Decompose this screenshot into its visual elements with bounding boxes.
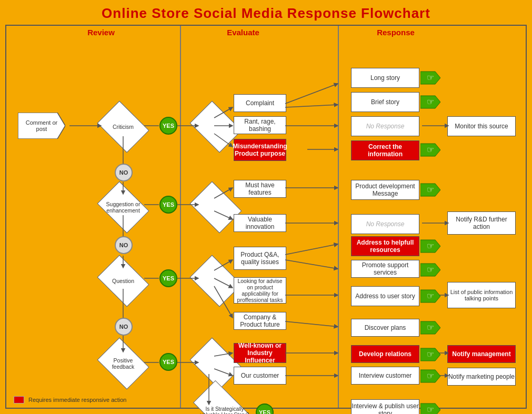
eval-diamond-4 <box>195 348 237 379</box>
notify-rd-box: Notify R&D further action <box>447 211 516 235</box>
brief-story-action[interactable]: ☞ <box>420 94 440 110</box>
promote-support-box: Promote support services <box>351 260 419 278</box>
strategically-diamond: Is it Strategically valuable User Story? <box>196 396 254 414</box>
correct-info-action[interactable]: ☞ <box>420 142 440 158</box>
eval-diamond-2 <box>195 191 237 223</box>
svg-text:☞: ☞ <box>427 323 434 332</box>
address-helpful-box: Address to helpfull resources <box>351 236 419 256</box>
suggestion-yes: YES <box>159 196 177 214</box>
page-title: Online Store Social Media Response Flowc… <box>0 0 532 25</box>
company-future-box: Company & Product future <box>234 312 286 330</box>
notify-mgmt-box: Notify management <box>447 345 516 363</box>
develop-relations-box: Develop relations <box>351 345 419 363</box>
svg-line-29 <box>285 244 338 255</box>
diagram-area: Review Evaluate Response <box>5 25 527 409</box>
col-divider-2 <box>338 26 339 408</box>
svg-text:☞: ☞ <box>427 241 434 250</box>
suggestion-diamond: Suggestion or enhancement <box>102 191 144 223</box>
complaint-box: Complaint <box>234 94 286 112</box>
monitor-source-box: Monitor this source <box>447 116 516 136</box>
no-response-2-box: No Response <box>351 214 419 234</box>
product-qa-box: Product Q&A, quality issues <box>234 247 286 270</box>
discover-plans-action[interactable]: ☞ <box>420 319 440 336</box>
looking-for-advise-box: Looking for advise on product applicabil… <box>234 277 286 304</box>
correct-info-box: Correct the information <box>351 140 419 160</box>
eval-diamond-1 <box>195 111 237 143</box>
col-header-evaluate: Evaluate <box>190 28 296 37</box>
notify-marketing-box: Notify marketing people <box>447 368 516 386</box>
brief-story-box: Brief story <box>351 92 419 112</box>
question-no: NO <box>115 318 133 336</box>
product-dev-action[interactable]: ☞ <box>420 181 440 198</box>
criticism-diamond: Criticism <box>102 111 144 143</box>
svg-text:☞: ☞ <box>427 145 434 154</box>
well-known-box: Well-known or Industry Influencer <box>234 343 286 363</box>
col-divider-1 <box>180 26 181 408</box>
svg-text:☞: ☞ <box>427 371 434 380</box>
comment-or-post: Comment or post <box>18 113 65 139</box>
criticism-yes: YES <box>159 117 177 135</box>
interview-publish-box: Interview & publish user story <box>351 399 419 414</box>
address-user-story-box: Address to user story <box>351 286 419 306</box>
svg-text:☞: ☞ <box>427 350 434 359</box>
svg-text:☞: ☞ <box>427 97 434 106</box>
misunderstanding-box: Misunderstanding Product purpose <box>234 139 286 161</box>
strategically-yes: YES <box>256 403 274 414</box>
legend-text: Requires immediate responsive action <box>28 397 126 403</box>
legend-red-box <box>14 396 24 403</box>
interview-customer-action[interactable]: ☞ <box>420 368 440 385</box>
product-dev-box: Product development Message <box>351 180 419 200</box>
long-story-box: Long story <box>351 68 419 88</box>
positive-feedback-yes: YES <box>159 353 177 371</box>
discover-plans-box: Discover plans <box>351 319 419 337</box>
rant-box: Rant, rage, bashing <box>234 116 286 134</box>
suggestion-no: NO <box>115 236 133 254</box>
valuable-innovation-box: Valuable innovation <box>234 214 286 232</box>
svg-text:☞: ☞ <box>427 265 434 274</box>
eval-diamond-3 <box>195 265 237 297</box>
question-yes: YES <box>159 269 177 287</box>
main-container: Online Store Social Media Response Flowc… <box>0 0 532 414</box>
our-customer-box: Our customer <box>234 367 286 385</box>
must-have-box: Must have features <box>234 180 286 198</box>
svg-text:☞: ☞ <box>427 73 434 82</box>
no-response-1-box: No Response <box>351 116 419 136</box>
svg-line-30 <box>285 260 338 269</box>
svg-line-6 <box>285 84 338 104</box>
svg-text:☞: ☞ <box>427 185 434 194</box>
address-helpful-action[interactable]: ☞ <box>420 238 440 255</box>
develop-relations-action[interactable]: ☞ <box>420 346 440 363</box>
list-public-box: List of public information talking point… <box>447 282 516 308</box>
address-user-story-action[interactable]: ☞ <box>420 288 440 305</box>
svg-text:☞: ☞ <box>427 405 434 414</box>
positive-feedback-diamond: Positive feedback <box>102 348 144 379</box>
interview-customer-box: Interview customer <box>351 367 419 385</box>
criticism-no: NO <box>115 164 133 181</box>
long-story-action[interactable]: ☞ <box>420 69 440 86</box>
question-diamond: Question <box>102 265 144 297</box>
col-header-review: Review <box>48 28 154 37</box>
svg-line-7 <box>285 105 338 107</box>
col-header-response: Response <box>343 28 448 37</box>
promote-support-action[interactable]: ☞ <box>420 261 440 278</box>
svg-text:☞: ☞ <box>427 291 434 300</box>
interview-publish-action[interactable]: ☞ <box>420 401 440 414</box>
legend: Requires immediate responsive action <box>14 396 126 403</box>
svg-line-33 <box>285 321 338 327</box>
